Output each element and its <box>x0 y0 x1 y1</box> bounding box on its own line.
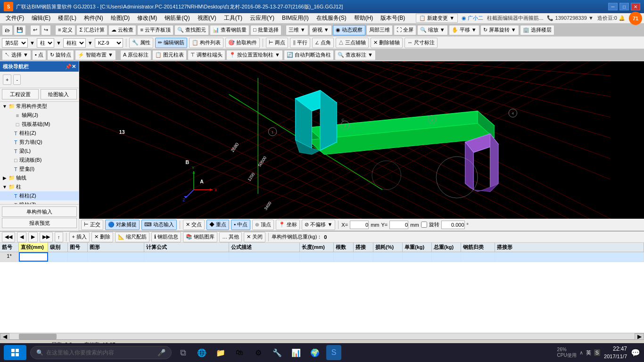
tb-define[interactable]: ≡ 定义 <box>55 25 75 35</box>
tb-pan[interactable]: ✋ 平移 ▼ <box>449 25 479 35</box>
tree-frame-col[interactable]: T 框柱(Z) <box>0 129 79 138</box>
bt-close[interactable]: ✕ 关闭 <box>244 232 265 242</box>
column-editor-btn[interactable]: 柱截面编辑器中画箍筋... <box>487 15 543 22</box>
two-point-btn[interactable]: ⊢ 两点 <box>266 38 288 48</box>
rotate-input[interactable] <box>441 221 465 229</box>
taskbar-app-pinned-5[interactable]: S <box>326 345 341 360</box>
bt-up[interactable]: ↑ <box>55 232 63 242</box>
tb-dynamic-observe[interactable]: ◉ 动态观察 <box>333 25 365 35</box>
intersection-btn[interactable]: ✕ 交点 <box>183 220 205 230</box>
tb-top-view[interactable]: 俯视 ▼ <box>309 25 332 35</box>
minimize-button[interactable]: ─ <box>608 3 618 10</box>
tree-cast-slab[interactable]: □ 现浇板(B) <box>0 156 79 165</box>
tree-frame-col-2[interactable]: T 框柱(Z) <box>0 191 79 200</box>
dim-label-btn[interactable]: ↔ 尺寸标注 <box>405 38 438 48</box>
component-select[interactable]: 框柱 <box>63 38 86 48</box>
bt-first[interactable]: ◀◀ <box>2 232 15 242</box>
taskbar-store[interactable]: 🛍 <box>232 345 247 360</box>
bt-scale-rebar[interactable]: 📐 缩尺配筋 <box>115 232 149 242</box>
tb-new[interactable]: 🗁 <box>2 25 13 35</box>
bt-next[interactable]: ▶ <box>28 232 38 242</box>
scrollbar-thumb[interactable] <box>19 334 57 339</box>
menu-draw[interactable]: 绘图(D) <box>107 13 134 23</box>
adjust-end-btn[interactable]: ⊤ 调整柱端头 <box>188 50 225 60</box>
menu-bim[interactable]: BIM应用(I) <box>278 13 313 23</box>
bt-delete[interactable]: ✕ 删除 <box>91 232 113 242</box>
dynamic-input-btn[interactable]: ⌨ 动态输入 <box>141 220 177 230</box>
add-item-btn[interactable]: + <box>3 74 11 85</box>
project-settings-btn[interactable]: 工程设置 <box>2 89 39 99</box>
system-clock[interactable]: 22:47 2017/11/7 <box>604 345 627 360</box>
bt-other[interactable]: … 其他 <box>219 232 242 242</box>
notification-btn[interactable]: 💬 <box>631 348 640 357</box>
start-button[interactable] <box>4 345 26 360</box>
bt-prev[interactable]: ◀ <box>17 232 26 242</box>
menu-edit[interactable]: 编辑(E) <box>28 13 54 23</box>
tb-cloud-check[interactable]: ☁ 云检查 <box>108 25 136 35</box>
close-button[interactable]: ✕ <box>631 3 640 10</box>
menu-online[interactable]: 在线服务(S) <box>313 13 350 23</box>
tree-col-group[interactable]: ▼ 📁 柱 <box>0 182 79 191</box>
component-id-select[interactable]: KZ-9 <box>95 38 123 48</box>
tb-select-floor[interactable]: 🏢 选择楼层 <box>520 25 554 35</box>
taskbar-taskview[interactable]: ⧉ <box>175 345 190 360</box>
three-point-axis-btn[interactable]: △ 三点辅轴 <box>336 38 369 48</box>
taskbar-app-pinned-4[interactable]: 🌍 <box>307 345 322 360</box>
smart-layout-btn[interactable]: ⚡ 智能布置 ▼ <box>75 50 116 60</box>
pick-component-btn[interactable]: 🎯 拾取构件 <box>225 38 260 48</box>
tb-summary-calc[interactable]: Σ 汇总计算 <box>76 25 107 35</box>
menu-floor[interactable]: 楼层(L) <box>54 13 80 23</box>
menu-file[interactable]: 文件(F) <box>2 13 28 23</box>
tb-3d[interactable]: 三维 ▼ <box>286 25 308 35</box>
bt-rebar-info[interactable]: ℹ 钢筋信息 <box>151 232 181 242</box>
ime-indicator[interactable]: S <box>594 349 600 356</box>
taskbar-edge[interactable]: 🌐 <box>194 345 209 360</box>
menu-view[interactable]: 视图(V) <box>194 13 220 23</box>
viewport[interactable]: X Y Z <box>79 61 644 219</box>
draw-input-btn[interactable]: 绘图输入 <box>41 89 77 99</box>
x-input[interactable] <box>350 221 369 229</box>
language-indicator[interactable]: 英 <box>586 349 591 356</box>
menu-component[interactable]: 构件(N) <box>80 13 107 23</box>
vertex-btn[interactable]: ⊙ 顶点 <box>252 220 274 230</box>
tree-axis[interactable]: ▶ 📁 轴线 <box>0 173 79 182</box>
report-preview-btn[interactable]: 报表预览 <box>2 218 77 228</box>
scroll-left-btn[interactable]: ◀ <box>0 333 9 340</box>
tb-view-rebar-qty[interactable]: 📊 查看钢筋量 <box>210 25 249 35</box>
center-btn[interactable]: • 中点 <box>231 220 250 230</box>
bt-rebar-library[interactable]: 📚 钢筋图库 <box>183 232 217 242</box>
tree-beam[interactable]: T 梁(L) <box>0 147 79 156</box>
tb-batch-select[interactable]: □ 批量选择 <box>250 25 281 35</box>
sidebar-close[interactable]: ✕ <box>72 64 76 70</box>
element-table-btn[interactable]: 📋 图元柱表 <box>152 50 187 60</box>
tree-raft-foundation[interactable]: □ 筏板基础(M) <box>0 120 79 129</box>
sidebar-pin[interactable]: 📌 <box>65 64 72 70</box>
menu-modify[interactable]: 修改(M) <box>133 13 161 23</box>
tb-find-element[interactable]: 🔍 查找图元 <box>174 25 209 35</box>
tb-fullscreen[interactable]: ⛶ 全屏 <box>394 25 416 35</box>
snap-btn[interactable]: 🔵 对象捕捉 <box>105 220 140 230</box>
no-offset-btn[interactable]: ⊘ 不偏移 ▼ <box>302 220 335 230</box>
point-btn[interactable]: • 点 <box>32 50 46 60</box>
ortho-btn[interactable]: ⊢ 正交 <box>81 220 103 230</box>
horizontal-scrollbar[interactable]: ◀ ▶ <box>0 333 644 339</box>
taskbar-app-pinned-2[interactable]: 🔧 <box>270 345 285 360</box>
parallel-btn[interactable]: ∥ 平行 <box>290 38 310 48</box>
user-avatar[interactable]: 71 <box>629 12 642 25</box>
taskbar-app-pinned-3[interactable]: 📊 <box>289 345 304 360</box>
check-label-btn[interactable]: 🔍 查改标注 ▼ <box>335 50 376 60</box>
tb-undo[interactable]: ↩ <box>30 25 40 35</box>
menu-tools[interactable]: 工具(T) <box>220 13 246 23</box>
tb-screen-rotate[interactable]: ↻ 屏幕旋转 ▼ <box>480 25 519 35</box>
angle-btn[interactable]: ∠ 点角 <box>312 38 334 48</box>
coords-btn[interactable]: 📍 坐标 <box>276 220 300 230</box>
new-change-btn[interactable]: 📋 新建变更 ▼ <box>416 14 458 23</box>
tree-niche[interactable]: T 壁龛(I) <box>0 165 79 173</box>
rotate-point-btn[interactable]: ↻ 旋转点 <box>47 50 74 60</box>
tree-axis-network[interactable]: ≡ 轴网(J) <box>0 111 79 120</box>
drawing-canvas[interactable]: X Y Z <box>79 61 644 219</box>
tb-redo[interactable]: ↪ <box>41 25 51 35</box>
menu-version[interactable]: 版本号(B) <box>377 13 409 23</box>
tb-zoom[interactable]: 🔍 缩放 ▼ <box>417 25 448 35</box>
auto-corner-btn[interactable]: 🔄 自动判断边角柱 <box>284 50 334 60</box>
